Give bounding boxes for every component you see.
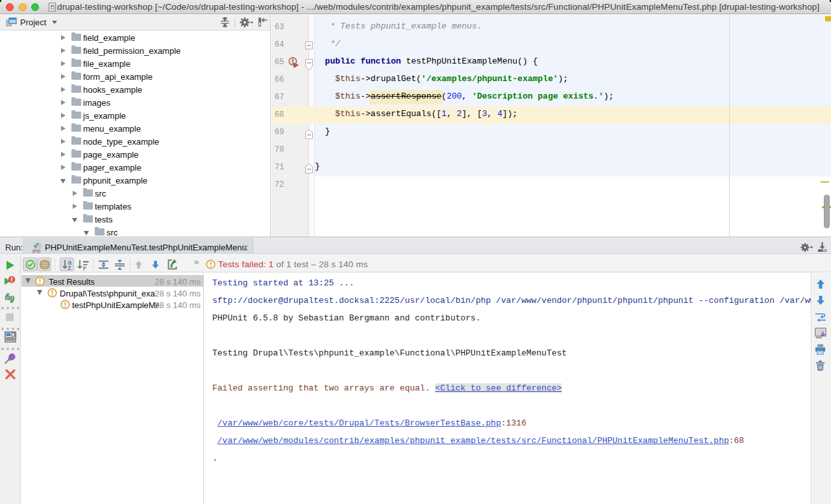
svg-text:z: z — [68, 264, 71, 270]
svg-text:php: php — [32, 248, 41, 254]
